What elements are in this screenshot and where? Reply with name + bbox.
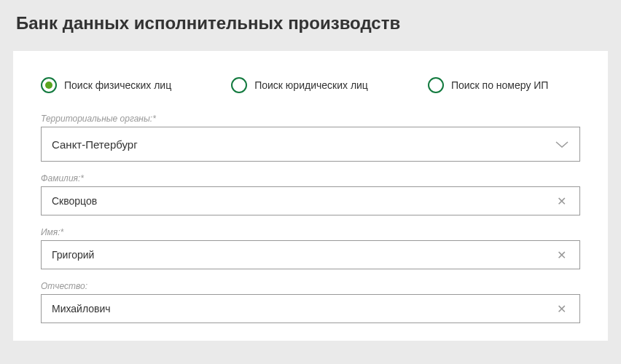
surname-label: Фамилия:* [41, 173, 580, 183]
territory-field-group: Территориальные органы:* Санкт-Петербург [41, 114, 580, 162]
patronymic-label: Отчество: [41, 281, 580, 291]
surname-value: Скворцов [52, 195, 97, 207]
name-input[interactable]: Григорий ✕ [41, 240, 580, 269]
page-title: Банк данных исполнительных производств [16, 13, 605, 33]
radio-case-number[interactable]: Поиск по номеру ИП [428, 77, 549, 93]
radio-legal-entities[interactable]: Поиск юридических лиц [231, 77, 368, 93]
page-header: Банк данных исполнительных производств [0, 0, 621, 51]
patronymic-value: Михайлович [52, 303, 111, 314]
radio-label: Поиск физических лиц [64, 79, 171, 91]
radio-icon [231, 77, 247, 93]
surname-field-group: Фамилия:* Скворцов ✕ [41, 173, 580, 215]
search-type-radiogroup: Поиск физических лиц Поиск юридических л… [41, 77, 580, 93]
name-label: Имя:* [41, 227, 580, 237]
search-form-card: Поиск физических лиц Поиск юридических л… [13, 51, 608, 341]
name-value: Григорий [52, 249, 94, 261]
radio-icon [428, 77, 444, 93]
radio-individuals[interactable]: Поиск физических лиц [41, 77, 171, 93]
surname-input[interactable]: Скворцов ✕ [41, 186, 580, 215]
clear-icon[interactable]: ✕ [554, 248, 569, 262]
radio-label: Поиск по номеру ИП [451, 79, 549, 91]
clear-icon[interactable]: ✕ [554, 302, 569, 316]
radio-icon [41, 77, 57, 93]
radio-label: Поиск юридических лиц [254, 79, 368, 91]
territory-value: Санкт-Петербург [52, 138, 138, 151]
patronymic-field-group: Отчество: Михайлович ✕ [41, 281, 580, 323]
chevron-down-icon [555, 136, 569, 153]
clear-icon[interactable]: ✕ [554, 194, 569, 208]
name-field-group: Имя:* Григорий ✕ [41, 227, 580, 269]
territory-select[interactable]: Санкт-Петербург [41, 127, 580, 162]
patronymic-input[interactable]: Михайлович ✕ [41, 294, 580, 323]
territory-label: Территориальные органы:* [41, 114, 580, 124]
